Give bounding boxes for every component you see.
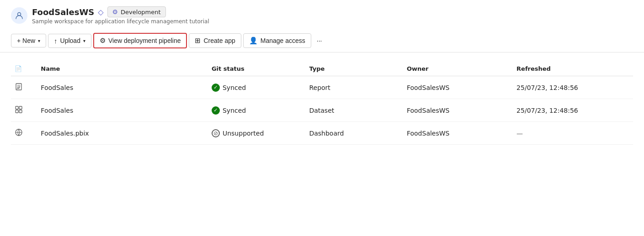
- git-status-column-header[interactable]: Git status: [206, 62, 303, 76]
- svg-rect-5: [19, 110, 22, 113]
- synced-icon: ✓: [212, 106, 220, 115]
- report-icon: [11, 76, 35, 99]
- workspace-name: FoodSalesWS: [32, 7, 94, 17]
- refreshed-column-header[interactable]: Refreshed: [511, 62, 633, 76]
- dataset-icon: [11, 99, 35, 122]
- git-status-cell: ✓Synced: [206, 99, 303, 122]
- manage-access-label: Manage access: [261, 37, 305, 44]
- unsupported-label: Unsupported: [223, 130, 264, 137]
- icon-column-header: 📄: [11, 62, 35, 76]
- manage-access-button[interactable]: 👤 Manage access: [243, 33, 311, 48]
- table-row[interactable]: FoodSales.pbix⊘UnsupportedDashboardFoodS…: [11, 122, 633, 145]
- svg-rect-4: [16, 110, 18, 113]
- unsupported-icon: ⊘: [212, 129, 220, 137]
- item-type: Report: [303, 76, 401, 99]
- item-name[interactable]: FoodSales: [35, 76, 206, 99]
- header-doc-icon: 📄: [15, 65, 22, 72]
- more-options-label: ···: [317, 37, 322, 44]
- item-name[interactable]: FoodSales: [35, 99, 206, 122]
- table-row[interactable]: FoodSales✓SyncedReportFoodSalesWS25/07/2…: [11, 76, 633, 99]
- content-area: 📄 Name Git status Type Owner Refreshed: [0, 52, 644, 145]
- type-column-header[interactable]: Type: [303, 62, 401, 76]
- view-deployment-pipeline-button[interactable]: ⚙ View deployment pipeline: [93, 33, 187, 48]
- item-refreshed: —: [511, 122, 633, 145]
- toolbar: + New ▾ ↑ Upload ▾ ⚙ View deployment pip…: [0, 29, 644, 52]
- new-chevron-icon: ▾: [38, 38, 40, 43]
- svg-rect-3: [19, 106, 22, 109]
- workspace-avatar: [11, 7, 27, 24]
- premium-icon: ◇: [98, 8, 103, 16]
- synced-icon: ✓: [212, 84, 220, 92]
- deployment-pipeline-icon: ⚙: [100, 37, 106, 45]
- new-button-label: + New: [17, 37, 35, 44]
- create-app-icon: ⊞: [195, 37, 201, 45]
- svg-rect-2: [16, 106, 18, 109]
- upload-button[interactable]: ↑ Upload ▾: [48, 34, 91, 48]
- item-owner: FoodSalesWS: [401, 99, 511, 122]
- item-type: Dashboard: [303, 122, 401, 145]
- pipeline-badge-icon: ⚙: [112, 8, 118, 16]
- item-refreshed: 25/07/23, 12:48:56: [511, 99, 633, 122]
- dev-badge-label: Development: [121, 9, 161, 16]
- workspace-title-row: FoodSalesWS ◇ ⚙ Development: [32, 6, 209, 17]
- upload-button-label: Upload: [60, 37, 80, 44]
- table-row[interactable]: FoodSales✓SyncedDatasetFoodSalesWS25/07/…: [11, 99, 633, 122]
- synced-label: Synced: [223, 107, 246, 114]
- workspace-subtitle: Sample workspace for application lifecyc…: [32, 18, 209, 25]
- item-owner: FoodSalesWS: [401, 76, 511, 99]
- table-header-row: 📄 Name Git status Type Owner Refreshed: [11, 62, 633, 76]
- create-app-label: Create app: [203, 37, 235, 44]
- create-app-button[interactable]: ⊞ Create app: [189, 33, 241, 48]
- owner-column-header[interactable]: Owner: [401, 62, 511, 76]
- pbix-icon: [11, 122, 35, 145]
- git-status-cell: ⊘Unsupported: [206, 122, 303, 145]
- item-refreshed: 25/07/23, 12:48:56: [511, 76, 633, 99]
- upload-chevron-icon: ▾: [83, 38, 85, 43]
- more-options-button[interactable]: ···: [313, 34, 326, 47]
- git-status-cell: ✓Synced: [206, 76, 303, 99]
- view-pipeline-label: View deployment pipeline: [108, 37, 181, 44]
- synced-label: Synced: [223, 84, 246, 91]
- item-type: Dataset: [303, 99, 401, 122]
- manage-access-icon: 👤: [249, 37, 258, 45]
- workspace-header: FoodSalesWS ◇ ⚙ Development Sample works…: [0, 0, 644, 29]
- item-owner: FoodSalesWS: [401, 122, 511, 145]
- name-column-header[interactable]: Name: [35, 62, 206, 76]
- workspace-info: FoodSalesWS ◇ ⚙ Development Sample works…: [32, 6, 209, 25]
- new-button[interactable]: + New ▾: [11, 34, 46, 47]
- items-table: 📄 Name Git status Type Owner Refreshed: [11, 62, 633, 145]
- development-badge[interactable]: ⚙ Development: [107, 6, 166, 17]
- upload-icon: ↑: [54, 37, 58, 45]
- item-name[interactable]: FoodSales.pbix: [35, 122, 206, 145]
